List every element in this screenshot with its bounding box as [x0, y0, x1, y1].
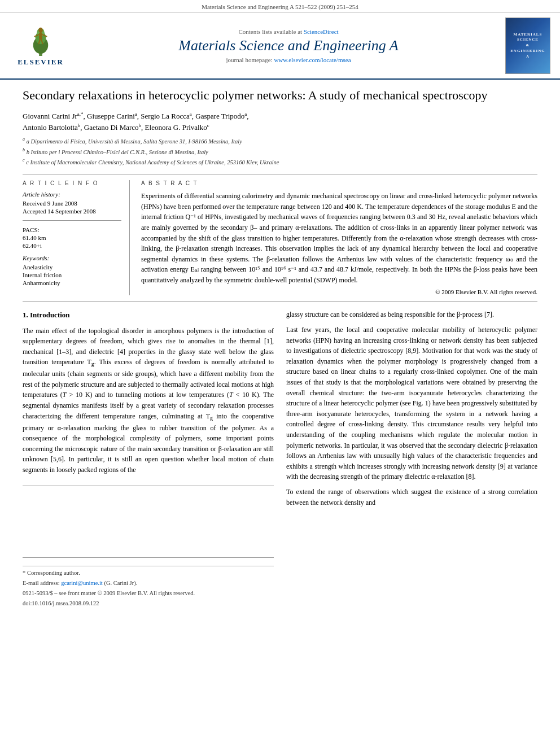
- abstract-col: A B S T R A C T Experiments of different…: [141, 180, 537, 295]
- corresponding-section: * Corresponding author. E-mail address: …: [23, 566, 274, 588]
- homepage-prefix: journal homepage:: [226, 56, 274, 63]
- keywords-section: Keywords: Anelasticity Internal friction…: [23, 255, 121, 286]
- journal-cover-area: MATERIALSSCIENCE&ENGINEERINGA: [502, 18, 553, 74]
- info-divider: [23, 220, 121, 221]
- sciencedirect-line: Contents lists available at ScienceDirec…: [238, 28, 338, 35]
- journal-header: ELSEVIER Contents lists available at Sci…: [0, 13, 560, 80]
- article-title: Secondary relaxations in heterocyclic po…: [23, 88, 537, 104]
- section-divider: [23, 174, 537, 174]
- footnote-2: doi:10.1016/j.msea.2008.09.122: [23, 599, 274, 608]
- affiliations: a a Dipartimento di Fisica, Università d…: [23, 136, 537, 167]
- journal-citation: Materials Science and Engineering A 521–…: [202, 3, 358, 10]
- email-label: E-mail address:: [23, 580, 61, 586]
- article-body: 1. Introduction The main effect of the t…: [23, 309, 537, 609]
- article-info-header: A R T I C L E I N F O: [23, 180, 121, 186]
- article-content: Secondary relaxations in heterocyclic po…: [0, 80, 560, 618]
- page-wrapper: Materials Science and Engineering A 521–…: [0, 0, 560, 618]
- pacs-value-2: 62.40+i: [23, 242, 121, 249]
- journal-title-area: Contents lists available at ScienceDirec…: [80, 18, 497, 74]
- homepage-link[interactable]: www.elsevier.com/locate/msea: [274, 56, 351, 63]
- svg-point-4: [38, 28, 43, 33]
- cover-text: MATERIALSSCIENCE&ENGINEERINGA: [510, 32, 545, 60]
- info-abstract-section: A R T I C L E I N F O Article history: R…: [23, 180, 537, 295]
- journal-cover-image: MATERIALSSCIENCE&ENGINEERINGA: [505, 18, 550, 74]
- elsevier-wordmark: ELSEVIER: [18, 58, 64, 67]
- affiliation-a: a a Dipartimento di Fisica, Università d…: [23, 136, 537, 146]
- keyword-3: Anharmonicity: [23, 279, 121, 286]
- body-col-right: glassy structure can be considered as be…: [286, 309, 537, 609]
- intro-paragraph-1: The main effect of the topological disor…: [23, 326, 274, 475]
- affiliation-c: c c Institute of Macromolecular Chemistr…: [23, 157, 537, 167]
- elsevier-tree-icon: [24, 25, 58, 56]
- intro-paragraph-2: Last few years, the local and cooperativ…: [286, 325, 537, 482]
- pacs-value-1: 61.40 km: [23, 234, 121, 241]
- affiliation-b: b b Istituto per i Processi Chimico–Fisi…: [23, 147, 537, 157]
- keywords-label: Keywords:: [23, 255, 121, 261]
- authors-text: Giovanni Carini Jra,*, Giuseppe Carinia,…: [23, 112, 249, 120]
- copyright-line: © 2009 Elsevier B.V. All rights reserved…: [141, 289, 537, 295]
- authors-line: Giovanni Carini Jra,*, Giuseppe Carinia,…: [23, 111, 537, 133]
- intro-paragraph-3: To extend the range of observations whic…: [286, 487, 537, 508]
- footnote-1: 0921-5093/$ – see front matter © 2009 El…: [23, 589, 274, 598]
- email-address[interactable]: gcarini@unime.it: [61, 580, 103, 586]
- email-line: E-mail address: gcarini@unime.it (G. Car…: [23, 579, 274, 588]
- article-info-col: A R T I C L E I N F O Article history: R…: [23, 180, 130, 295]
- footer-divider-area: * Corresponding author. E-mail address: …: [23, 557, 274, 588]
- sciencedirect-prefix: Contents lists available at: [238, 28, 303, 35]
- top-bar: Materials Science and Engineering A 521–…: [0, 0, 560, 13]
- email-suffix: (G. Carini Jr).: [104, 580, 137, 586]
- homepage-line: journal homepage: www.elsevier.com/locat…: [226, 56, 351, 63]
- received-date: Received 9 June 2008: [23, 200, 121, 207]
- pacs-label: PACS:: [23, 226, 121, 233]
- history-label: Article history:: [23, 191, 121, 198]
- pacs-section: PACS: 61.40 km 62.40+i: [23, 226, 121, 249]
- elsevier-logo-area: ELSEVIER: [7, 18, 75, 74]
- intro-col2-start: glassy structure can be considered as be…: [286, 309, 537, 320]
- corresponding-label: * Corresponding author.: [23, 569, 274, 578]
- article-footer: * Corresponding author. E-mail address: …: [23, 486, 274, 609]
- svg-rect-5: [39, 33, 42, 39]
- keyword-1: Anelasticity: [23, 264, 121, 270]
- journal-title: Materials Science and Engineering A: [178, 37, 398, 54]
- body-col-left: 1. Introduction The main effect of the t…: [23, 309, 274, 609]
- intro-section-title: 1. Introduction: [23, 309, 274, 321]
- body-columns: 1. Introduction The main effect of the t…: [23, 309, 537, 609]
- sciencedirect-link[interactable]: ScienceDirect: [304, 28, 339, 35]
- body-divider: [23, 301, 537, 302]
- abstract-header: A B S T R A C T: [141, 180, 537, 186]
- accepted-date: Accepted 14 September 2008: [23, 208, 121, 215]
- abstract-text: Experiments of differential scanning cal…: [141, 191, 537, 285]
- authors-text-2: Antonio Bartolottab, Gaetano Di Marcob, …: [23, 123, 209, 132]
- keyword-2: Internal friction: [23, 272, 121, 278]
- elsevier-logo: ELSEVIER: [18, 25, 64, 67]
